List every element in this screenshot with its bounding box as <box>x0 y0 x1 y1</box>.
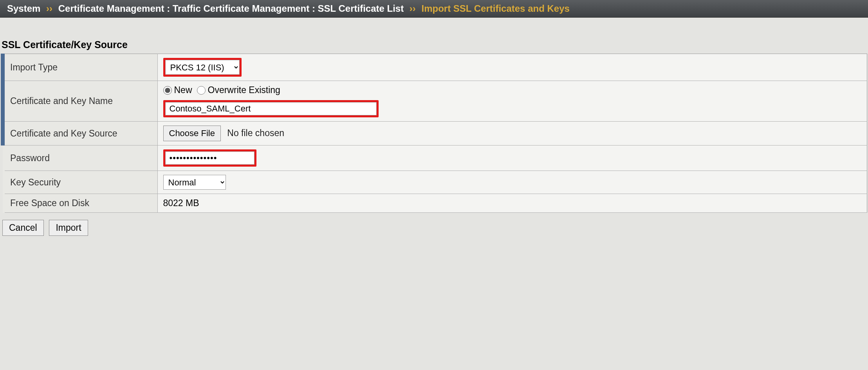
row-password: Password <box>3 145 867 171</box>
label-password: Password <box>3 145 157 171</box>
import-type-select[interactable]: PKCS 12 (IIS) <box>165 60 240 75</box>
section-title: SSL Certificate/Key Source <box>0 18 868 54</box>
choose-file-button[interactable]: Choose File <box>163 126 221 141</box>
label-cert-key-source: Certificate and Key Source <box>3 122 157 145</box>
form-table: Import Type PKCS 12 (IIS) Certificate an… <box>1 54 867 213</box>
action-bar: Cancel Import <box>0 213 868 243</box>
row-key-security: Key Security Normal <box>3 171 867 194</box>
breadcrumb-separator-icon: ›› <box>46 3 52 14</box>
radio-overwrite-label: Overwrite Existing <box>208 85 280 95</box>
row-free-space: Free Space on Disk 8022 MB <box>3 194 867 213</box>
key-security-select[interactable]: Normal <box>163 175 226 190</box>
radio-new-label: New <box>174 85 192 95</box>
breadcrumb-path[interactable]: Certificate Management : Traffic Certifi… <box>58 3 404 14</box>
value-free-space: 8022 MB <box>157 194 867 213</box>
cancel-button[interactable]: Cancel <box>2 220 44 236</box>
no-file-chosen-label: No file chosen <box>227 128 284 138</box>
label-key-security: Key Security <box>3 171 157 194</box>
breadcrumb-root[interactable]: System <box>7 3 40 14</box>
radio-new[interactable] <box>163 86 172 95</box>
row-cert-key-source: Certificate and Key Source Choose File N… <box>3 122 867 145</box>
import-button[interactable]: Import <box>49 220 88 236</box>
row-cert-key-name: Certificate and Key Name New Overwrite E… <box>3 81 867 122</box>
label-import-type: Import Type <box>3 54 157 81</box>
row-import-type: Import Type PKCS 12 (IIS) <box>3 54 867 81</box>
cert-name-input[interactable] <box>165 102 377 115</box>
password-input[interactable] <box>165 151 254 165</box>
highlight-cert-name <box>163 100 379 117</box>
highlight-password <box>163 149 256 167</box>
radio-overwrite[interactable] <box>197 86 206 95</box>
breadcrumb-separator-icon: ›› <box>410 3 416 14</box>
label-cert-key-name: Certificate and Key Name <box>3 81 157 122</box>
breadcrumb-current: Import SSL Certificates and Keys <box>422 3 570 14</box>
label-free-space: Free Space on Disk <box>3 194 157 213</box>
highlight-import-type: PKCS 12 (IIS) <box>163 58 242 77</box>
breadcrumb: System ›› Certificate Management : Traff… <box>0 0 868 18</box>
